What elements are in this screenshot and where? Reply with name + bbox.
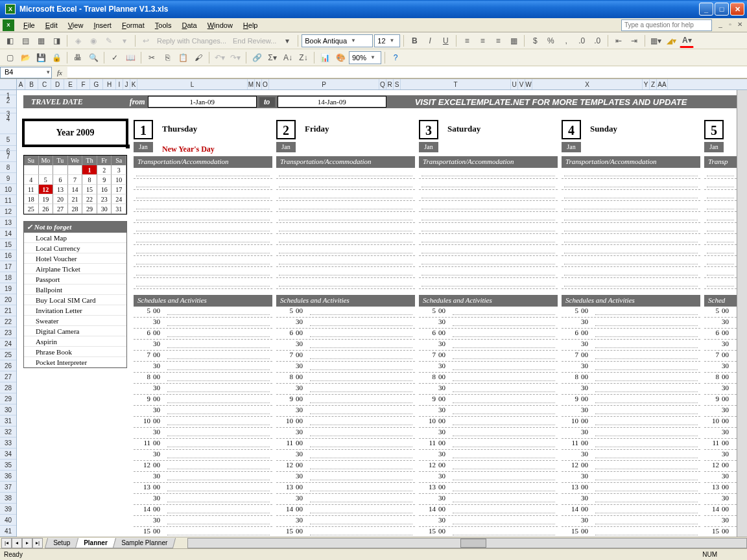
cal-day[interactable]: 26 xyxy=(39,204,54,214)
row-header[interactable]: 21 xyxy=(0,305,16,316)
schedule-line[interactable]: 1200 xyxy=(419,461,558,472)
cal-day[interactable] xyxy=(24,165,39,175)
sheet-tab-planner[interactable]: Planner xyxy=(75,538,116,548)
col-header[interactable]: T xyxy=(401,79,511,89)
trans-line[interactable] xyxy=(419,201,558,212)
horizontal-scrollbar[interactable] xyxy=(187,538,747,548)
tb-icon[interactable]: ✎ xyxy=(102,34,116,48)
checklist-item[interactable]: Airplane Ticket xyxy=(24,264,126,274)
schedule-line[interactable]: 30 xyxy=(704,516,737,527)
schedule-line[interactable]: 30 xyxy=(419,516,558,527)
schedule-line[interactable]: 1300 xyxy=(562,483,700,494)
col-header[interactable]: O xyxy=(262,79,269,89)
row-header[interactable]: 40 xyxy=(0,515,16,526)
fx-icon[interactable]: fx xyxy=(52,69,67,76)
schedule-line[interactable]: 600 xyxy=(704,329,737,340)
col-header[interactable]: Q xyxy=(379,79,386,89)
align-left-button[interactable]: ≡ xyxy=(460,34,474,48)
permission-button[interactable]: 🔒 xyxy=(49,51,64,65)
schedule-line[interactable]: 1400 xyxy=(419,505,558,516)
cal-day[interactable] xyxy=(68,165,83,175)
row-header[interactable]: 22 xyxy=(0,316,16,327)
schedule-line[interactable]: 30 xyxy=(276,516,415,527)
cal-day[interactable]: 17 xyxy=(112,185,126,194)
tab-next-button[interactable]: ▸ xyxy=(22,538,32,548)
trans-line[interactable] xyxy=(134,234,272,245)
paste-button[interactable]: 📋 xyxy=(176,51,190,65)
schedule-line[interactable]: 800 xyxy=(704,373,737,384)
schedule-line[interactable]: 900 xyxy=(276,395,415,406)
schedule-line[interactable]: 30 xyxy=(562,450,700,461)
schedule-line[interactable]: 30 xyxy=(276,428,415,439)
trans-line[interactable] xyxy=(134,168,272,179)
schedule-line[interactable]: 1100 xyxy=(276,439,415,450)
col-header[interactable]: L xyxy=(137,79,248,89)
schedule-line[interactable]: 800 xyxy=(419,373,558,384)
trans-line[interactable] xyxy=(704,267,737,278)
col-header[interactable]: D xyxy=(51,79,64,89)
checklist-item[interactable]: Local Currency xyxy=(24,243,126,253)
trans-line[interactable] xyxy=(276,223,415,234)
minimize-button[interactable]: _ xyxy=(699,3,713,16)
row-header[interactable]: 29 xyxy=(0,393,16,404)
schedule-line[interactable]: 30 xyxy=(134,406,272,417)
trans-line[interactable] xyxy=(276,267,415,278)
trans-line[interactable] xyxy=(134,245,272,256)
schedule-line[interactable]: 700 xyxy=(276,351,415,362)
schedule-line[interactable]: 30 xyxy=(276,406,415,417)
menu-data[interactable]: Data xyxy=(176,20,202,30)
trans-line[interactable] xyxy=(562,223,700,234)
currency-button[interactable]: $ xyxy=(528,34,542,48)
cal-day[interactable]: 9 xyxy=(97,175,112,185)
autosum-button[interactable]: Σ▾ xyxy=(265,51,279,65)
underline-button[interactable]: U xyxy=(438,34,453,48)
schedule-line[interactable]: 30 xyxy=(562,494,700,505)
row-header[interactable]: 20 xyxy=(0,294,16,305)
close-button[interactable]: ✕ xyxy=(730,3,744,16)
row-header[interactable]: 17 xyxy=(0,261,16,272)
trans-line[interactable] xyxy=(704,201,737,212)
cal-day[interactable]: 15 xyxy=(82,185,97,194)
trans-line[interactable] xyxy=(276,256,415,267)
trans-line[interactable] xyxy=(276,245,415,256)
row-header[interactable]: 30 xyxy=(0,404,16,415)
print-button[interactable]: 🖶 xyxy=(71,51,85,65)
schedule-line[interactable]: 1000 xyxy=(562,417,700,428)
schedule-line[interactable]: 30 xyxy=(276,362,415,373)
col-header[interactable]: K xyxy=(130,79,137,89)
schedule-line[interactable]: 1200 xyxy=(562,461,700,472)
schedule-line[interactable]: 30 xyxy=(419,406,558,417)
font-color-button[interactable]: A▾ xyxy=(680,34,694,48)
trans-line[interactable] xyxy=(134,179,272,190)
row-header[interactable]: 33 xyxy=(0,438,16,449)
workbook-close-button[interactable]: ✕ xyxy=(735,21,744,30)
trans-line[interactable] xyxy=(276,212,415,223)
trans-line[interactable] xyxy=(562,267,700,278)
cal-day[interactable]: 7 xyxy=(68,175,83,185)
schedule-line[interactable]: 1300 xyxy=(419,483,558,494)
align-center-button[interactable]: ≡ xyxy=(475,34,490,48)
print-preview-button[interactable]: 🔍 xyxy=(86,51,101,65)
checklist-item[interactable]: Phrase Book xyxy=(24,347,126,357)
row-header[interactable]: 31 xyxy=(0,415,16,426)
schedule-line[interactable]: 30 xyxy=(704,494,737,505)
select-all-corner[interactable] xyxy=(0,79,17,89)
schedule-line[interactable]: 30 xyxy=(704,340,737,351)
schedule-line[interactable]: 30 xyxy=(134,340,272,351)
trans-line[interactable] xyxy=(704,234,737,245)
row-header[interactable]: 8 xyxy=(0,162,16,173)
selection-handle[interactable] xyxy=(126,145,130,148)
cal-day[interactable]: 25 xyxy=(24,204,39,214)
trans-line[interactable] xyxy=(704,278,737,289)
schedule-line[interactable]: 30 xyxy=(134,472,272,483)
schedule-line[interactable]: 30 xyxy=(704,450,737,461)
menu-help[interactable]: Help xyxy=(238,20,263,30)
research-button[interactable]: 📖 xyxy=(123,51,137,65)
col-header[interactable]: H xyxy=(103,79,116,89)
trans-line[interactable] xyxy=(704,256,737,267)
row-header[interactable]: 37 xyxy=(0,482,16,493)
col-header[interactable]: W xyxy=(525,79,532,89)
schedule-line[interactable]: 30 xyxy=(134,516,272,527)
cal-day[interactable]: 4 xyxy=(24,175,39,185)
schedule-line[interactable]: 30 xyxy=(276,472,415,483)
